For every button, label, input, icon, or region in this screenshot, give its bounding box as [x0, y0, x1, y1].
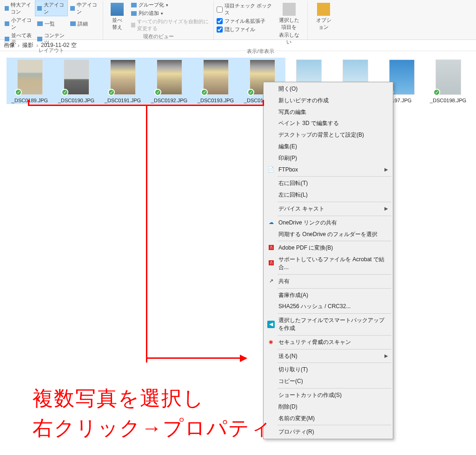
- view-large-icons[interactable]: 大アイコン: [35, 1, 67, 16]
- menu-send-to[interactable]: 送る(N)▶: [264, 350, 392, 362]
- breadcrumb-separator: ›: [18, 42, 20, 49]
- menu-delete[interactable]: 削除(D): [264, 401, 392, 413]
- acrobat-icon: 🅰: [267, 260, 275, 267]
- menu-wallpaper[interactable]: デスクトップの背景として設定(B): [264, 129, 392, 141]
- label: 同期する OneDrive のフォルダーを選択: [278, 231, 377, 238]
- label: オプション: [314, 17, 333, 31]
- checkbox[interactable]: [217, 18, 223, 24]
- group-by-button[interactable]: グループ化 ▾: [129, 1, 211, 9]
- sort-button[interactable]: 並べ替え: [106, 1, 128, 33]
- file-item[interactable]: ✓_DSC0198.JPG: [425, 58, 471, 104]
- label: 名前の変更(M): [278, 415, 315, 422]
- menu-rename[interactable]: 名前の変更(M): [264, 413, 392, 424]
- label: 書庫作成(A): [278, 291, 308, 299]
- annotation-line2: 右クリック→プロパティ: [33, 413, 272, 443]
- menu-separator: [278, 388, 391, 389]
- menu-separator: [278, 313, 391, 314]
- label: 編集(E): [278, 143, 297, 151]
- menu-acrobat-combine[interactable]: 🅰サポートしているファイルを Acrobat で結合...: [264, 254, 392, 273]
- label: 列の追加: [139, 10, 159, 17]
- breadcrumb-part[interactable]: 画像: [4, 41, 15, 49]
- label: 印刷(P): [278, 154, 297, 162]
- menu-open[interactable]: 開く(O): [264, 83, 392, 95]
- sync-badge-icon: ✓: [108, 89, 115, 96]
- label: デスクトップの背景として設定(B): [278, 131, 364, 139]
- menu-share[interactable]: ↗共有: [264, 276, 392, 287]
- breadcrumb-part[interactable]: 2019-11-02 空: [41, 41, 77, 49]
- icon-xl: [5, 6, 9, 11]
- file-item[interactable]: ✓_DSC0189.JPG: [7, 58, 53, 104]
- label: 小アイコン: [11, 17, 33, 31]
- menu-smart-backup[interactable]: ◀選択したファイルでスマートバックアップを作成: [264, 315, 392, 334]
- menu-archive[interactable]: 書庫作成(A): [264, 290, 392, 301]
- menu-create-shortcut[interactable]: ショートカットの作成(S): [264, 389, 392, 401]
- checkbox-file-extensions[interactable]: ファイル名拡張子: [217, 17, 273, 25]
- security-icon: ◉: [267, 338, 275, 346]
- ribbon-group-options: オプション: [308, 1, 336, 40]
- options-button[interactable]: オプション: [311, 1, 337, 33]
- icon-m: [70, 6, 75, 11]
- backup-icon: ◀: [267, 321, 275, 328]
- file-item[interactable]: ✓_DSC0191.JPG: [99, 58, 146, 104]
- menu-adobe-pdf[interactable]: 🅰Adobe PDF に変換(B): [264, 242, 392, 254]
- menu-properties[interactable]: プロパティ(R): [264, 426, 392, 438]
- menu-paint3d[interactable]: ペイント 3D で編集する: [264, 118, 392, 129]
- file-item[interactable]: ✓_DSC0190.JPG: [53, 58, 99, 104]
- thumbnail-wrap: ✓: [54, 59, 99, 95]
- view-medium-icons[interactable]: 中アイコン: [68, 1, 100, 16]
- menu-rotate-left[interactable]: 左に回転(L): [264, 189, 392, 201]
- autosize-icon: [131, 23, 135, 27]
- menu-copy[interactable]: コピー(C): [264, 376, 392, 387]
- file-item[interactable]: ✓_DSC0192.JPG: [146, 58, 192, 104]
- menu-edit-photo[interactable]: 写真の編集: [264, 106, 392, 118]
- label: デバイス キャスト: [278, 205, 324, 213]
- view-small-icons[interactable]: 小アイコン: [3, 16, 34, 31]
- filename: _DSC0193.JPG: [193, 98, 238, 103]
- menu-separator: [278, 241, 391, 241]
- menu-print[interactable]: 印刷(P): [264, 152, 392, 164]
- icon-tiles: [5, 37, 9, 41]
- annotation-line1: 複数写真を選択し: [33, 383, 272, 413]
- menu-security-scan[interactable]: ◉セキュリティ脅威のスキャン: [264, 336, 392, 348]
- ribbon-group-view: 並べ替え グループ化 ▾ 列の追加 ▾ すべての列のサイズを自動的に変更する 現…: [103, 1, 214, 40]
- breadcrumb-part[interactable]: 撮影: [22, 41, 33, 49]
- thumbnail-wrap: ✓: [426, 59, 470, 95]
- checkbox[interactable]: [217, 26, 223, 33]
- menu-rotate-right[interactable]: 右に回転(T): [264, 178, 392, 189]
- onedrive-icon: ☁: [267, 219, 275, 226]
- sync-badge-icon: ✓: [61, 89, 68, 96]
- label: 送る(N): [278, 352, 298, 360]
- view-list[interactable]: 一覧: [35, 16, 67, 31]
- filename: _DSC0198.JPG: [426, 98, 470, 103]
- menu-cast[interactable]: デバイス キャスト▶: [264, 203, 392, 215]
- menu-new-video[interactable]: 新しいビデオの作成: [264, 95, 392, 106]
- label: Adobe PDF に変換(B): [278, 244, 333, 252]
- view-details[interactable]: 詳細: [68, 16, 100, 31]
- icon-s: [5, 21, 9, 26]
- label: ペイント 3D で編集する: [278, 119, 339, 127]
- checkbox-item-checkboxes[interactable]: 項目チェック ボックス: [217, 2, 273, 17]
- menu-onedrive-folder[interactable]: 同期する OneDrive のフォルダーを選択: [264, 229, 392, 240]
- view-extra-large-icons[interactable]: 特大アイコン: [3, 1, 34, 16]
- submenu-arrow-icon: ▶: [384, 166, 388, 173]
- ribbon: 特大アイコン 大アイコン 中アイコン 小アイコン 一覧 詳細 並べて表示 コンテ…: [0, 0, 476, 40]
- ribbon-group-layout: 特大アイコン 大アイコン 中アイコン 小アイコン 一覧 詳細 並べて表示 コンテ…: [0, 1, 103, 40]
- checkbox-hidden-files[interactable]: 隠しファイル: [217, 26, 273, 33]
- menu-onedrive-share[interactable]: ☁OneDrive リンクの共有: [264, 217, 392, 229]
- hide-selected-button[interactable]: 選択した項目を 表示しない: [274, 1, 304, 47]
- menu-cut[interactable]: 切り取り(T): [264, 364, 392, 376]
- add-column-button[interactable]: 列の追加 ▾: [129, 9, 211, 17]
- menu-sha256[interactable]: SHA256 ハッシュ / CRC32...: [264, 301, 392, 312]
- label: コピー(C): [278, 377, 303, 385]
- label: 一覧: [45, 20, 55, 27]
- file-item[interactable]: ✓_DSC0193.JPG: [192, 58, 239, 104]
- menu-ftpbox[interactable]: 📄FTPbox▶: [264, 164, 392, 176]
- menu-edit[interactable]: 編集(E): [264, 141, 392, 152]
- file-list[interactable]: ✓_DSC0189.JPG✓_DSC0190.JPG✓_DSC0191.JPG✓…: [0, 51, 476, 104]
- label: FTPbox: [278, 166, 298, 174]
- checkbox[interactable]: [217, 7, 223, 13]
- label-line2: 表示しない: [278, 32, 301, 46]
- ribbon-group-show: 項目チェック ボックス ファイル名拡張子 隠しファイル 選択した項目を 表示しな…: [214, 1, 308, 40]
- filename: _DSC0192.JPG: [147, 98, 192, 103]
- auto-size-button[interactable]: すべての列のサイズを自動的に変更する: [129, 18, 211, 33]
